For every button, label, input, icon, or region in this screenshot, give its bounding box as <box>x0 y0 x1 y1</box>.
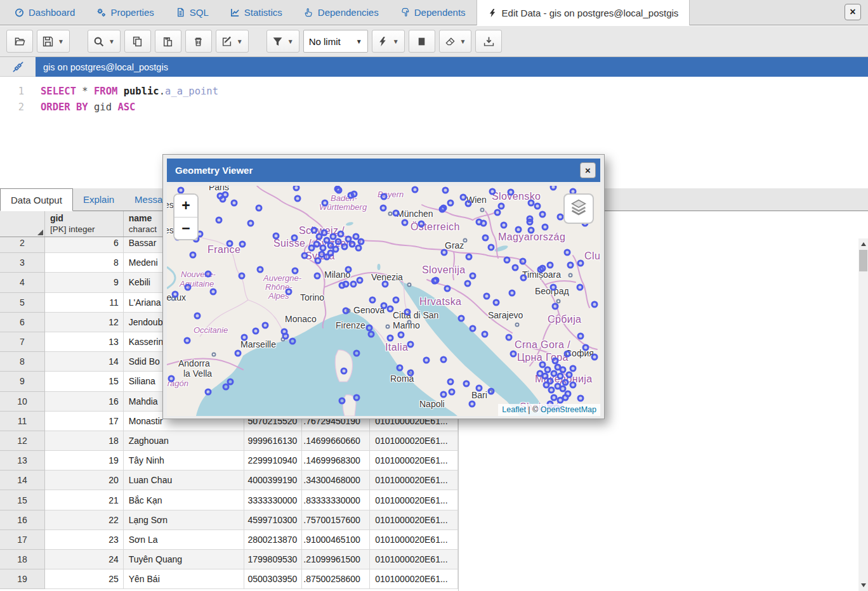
geometry-point-marker[interactable] <box>539 265 546 272</box>
geometry-point-marker[interactable] <box>393 297 400 304</box>
cell[interactable]: .14699660660 <box>302 431 370 451</box>
geometry-point-marker[interactable] <box>185 284 192 291</box>
geometry-point-marker[interactable] <box>498 203 505 210</box>
geometry-point-marker[interactable] <box>447 200 454 207</box>
find-button[interactable]: ▼ <box>88 30 121 53</box>
geometry-point-marker[interactable] <box>515 226 522 233</box>
zoom-in-button[interactable]: + <box>174 195 197 217</box>
geometry-point-marker[interactable] <box>253 328 260 335</box>
geometry-point-marker[interactable] <box>543 382 550 389</box>
geometry-point-marker[interactable] <box>447 379 454 386</box>
dialog-close-button[interactable]: × <box>580 162 596 178</box>
geometry-point-marker[interactable] <box>205 271 212 278</box>
cell[interactable]: .21099961500 <box>302 550 370 569</box>
geometry-point-marker[interactable] <box>423 357 430 364</box>
cell[interactable]: 0101000020E61... <box>370 490 458 510</box>
save-button[interactable]: ▼ <box>37 30 70 53</box>
geometry-point-marker[interactable] <box>393 210 400 217</box>
geometry-point-marker[interactable] <box>412 186 419 193</box>
cell[interactable]: Yên Bái <box>124 569 245 589</box>
geometry-point-marker[interactable] <box>194 313 201 320</box>
geometry-point-marker[interactable] <box>449 389 456 396</box>
edit-button[interactable]: ▼ <box>216 30 249 53</box>
row-number[interactable]: 3 <box>0 253 45 273</box>
geometry-map[interactable]: FranceItaliaÖsterreichSlovenskoMagyarors… <box>167 186 600 416</box>
geometry-point-marker[interactable] <box>469 401 476 408</box>
geometry-point-marker[interactable] <box>418 221 425 228</box>
geometry-point-marker[interactable] <box>591 354 598 361</box>
cell[interactable]: 0101000020E61... <box>370 569 458 589</box>
stop-button[interactable] <box>409 30 435 53</box>
geometry-point-marker[interactable] <box>369 297 376 304</box>
vertical-scrollbar[interactable] <box>858 238 868 591</box>
geometry-point-marker[interactable] <box>493 299 500 306</box>
geometry-point-marker[interactable] <box>355 245 362 252</box>
cell[interactable]: 22 <box>45 510 124 530</box>
cell[interactable]: Tây Ninh <box>124 451 245 471</box>
geometry-point-marker[interactable] <box>577 395 584 402</box>
row-number[interactable]: 15 <box>0 490 45 510</box>
geometry-point-marker[interactable] <box>345 266 352 273</box>
geometry-point-marker[interactable] <box>404 309 411 316</box>
geometry-point-marker[interactable] <box>366 325 373 332</box>
geometry-point-marker[interactable] <box>494 209 501 216</box>
geometry-point-marker[interactable] <box>562 394 569 401</box>
cell[interactable]: .75700157600 <box>302 510 370 530</box>
row-number[interactable]: 10 <box>0 392 45 412</box>
panel-close-button[interactable]: × <box>845 4 861 20</box>
geometry-point-marker[interactable] <box>567 262 574 269</box>
geometry-point-marker[interactable] <box>547 262 554 269</box>
geometry-point-marker[interactable] <box>311 227 318 234</box>
geometry-point-marker[interactable] <box>322 200 329 207</box>
cell[interactable]: 0101000020E61... <box>370 451 458 471</box>
row-number[interactable]: 2 <box>0 237 45 253</box>
cell[interactable]: Bắc Kạn <box>124 490 245 510</box>
cell[interactable]: 12 <box>45 313 124 332</box>
geometry-point-marker[interactable] <box>301 252 308 259</box>
geometry-point-marker[interactable] <box>235 350 242 357</box>
geometry-point-marker[interactable] <box>223 384 230 391</box>
row-number[interactable]: 11 <box>0 412 45 431</box>
row-number[interactable]: 9 <box>0 372 45 391</box>
geometry-point-marker[interactable] <box>190 252 197 259</box>
geometry-point-marker[interactable] <box>528 200 535 207</box>
row-number[interactable]: 17 <box>0 530 45 550</box>
geometry-point-marker[interactable] <box>539 211 546 218</box>
cell[interactable]: 19 <box>45 451 124 471</box>
cell[interactable]: .34300468000 <box>302 471 370 490</box>
cell[interactable]: 2800213870 <box>244 530 302 550</box>
geometry-point-marker[interactable] <box>341 368 348 375</box>
geometry-point-marker[interactable] <box>508 189 515 196</box>
geometry-point-marker[interactable] <box>464 280 471 287</box>
geometry-point-marker[interactable] <box>353 350 360 357</box>
cell[interactable]: Tuyên Quang <box>124 550 245 569</box>
tab-edit-data-gis-on-postgres-loca[interactable]: Edit Data - gis on postgres@local_postgi… <box>477 0 690 25</box>
cell[interactable]: 21 <box>45 490 124 510</box>
cell[interactable]: 14 <box>45 352 124 372</box>
cell[interactable]: 4000399190 <box>244 471 302 490</box>
geometry-point-marker[interactable] <box>335 238 342 245</box>
geometry-point-marker[interactable] <box>440 356 447 363</box>
geometry-point-marker[interactable] <box>216 217 223 224</box>
geometry-point-marker[interactable] <box>470 325 477 332</box>
cell[interactable]: 4599710300 <box>244 510 302 530</box>
geometry-point-marker[interactable] <box>402 219 409 226</box>
geometry-point-marker[interactable] <box>387 306 394 313</box>
map-layers-control[interactable] <box>563 193 594 224</box>
geometry-point-marker[interactable] <box>512 264 519 271</box>
cell[interactable]: 9 <box>45 273 124 292</box>
filter-button[interactable]: ▼ <box>266 30 299 53</box>
tab-dependents[interactable]: Dependents <box>390 0 477 25</box>
cell[interactable]: 3333330000 <box>244 490 302 510</box>
geometry-point-marker[interactable] <box>506 334 513 341</box>
geometry-point-marker[interactable] <box>339 398 346 405</box>
cell[interactable]: 6 <box>45 237 124 253</box>
geometry-point-marker[interactable] <box>482 235 489 242</box>
cell[interactable]: 8 <box>45 253 124 273</box>
cell[interactable]: .14699968300 <box>302 451 370 471</box>
geometry-point-marker[interactable] <box>564 249 571 256</box>
scrollbar-thumb[interactable] <box>859 250 867 271</box>
geometry-point-marker[interactable] <box>509 290 516 297</box>
geometry-point-marker[interactable] <box>273 233 280 240</box>
row-number[interactable]: 14 <box>0 471 45 490</box>
